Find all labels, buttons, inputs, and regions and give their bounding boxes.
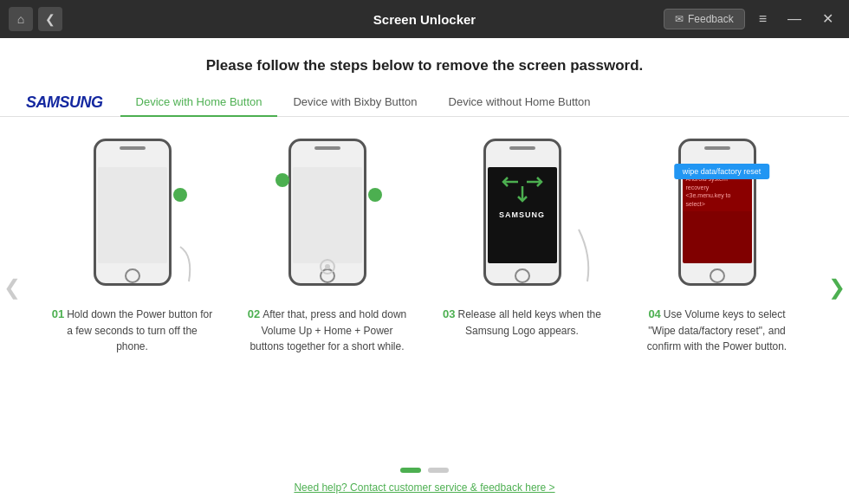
step-3: SAMSUNG	[431, 126, 613, 339]
power-dot	[173, 188, 187, 202]
tab-no-home-button[interactable]: Device without Home Button	[433, 88, 606, 117]
pagination-dot-1[interactable]	[400, 468, 421, 473]
pagination	[0, 462, 849, 480]
phone-speaker-4	[704, 146, 730, 150]
step-1-screen	[98, 167, 167, 263]
steps-area: ❮ 01Hold down	[0, 117, 849, 462]
step-2-text: 02After that, press and hold down Volume…	[237, 299, 418, 354]
step-1-num: 01	[52, 307, 64, 320]
phone-speaker-2	[314, 146, 340, 150]
svg-point-1	[325, 264, 330, 269]
title-bar: ⌂ ❮ Screen Unlocker ✉ Feedback ≡ — ✕	[0, 0, 849, 38]
phone-speaker	[120, 146, 146, 150]
pagination-dot-2[interactable]	[428, 468, 449, 473]
back-button[interactable]: ❮	[38, 7, 62, 31]
prev-arrow-button[interactable]: ❮	[3, 275, 21, 300]
hand-hint	[163, 238, 198, 290]
close-button[interactable]: ✕	[815, 9, 840, 29]
next-arrow-button[interactable]: ❯	[828, 275, 846, 300]
step-3-text: 03Release all held keys when the Samsung…	[431, 299, 613, 339]
customer-service-link[interactable]: Need help? Contact customer service & fe…	[294, 481, 554, 494]
step-1-illustration	[59, 126, 206, 299]
app-title: Screen Unlocker	[373, 12, 476, 27]
tab-bixby-button[interactable]: Device with Bixby Button	[277, 88, 432, 117]
wipe-data-label: wipe data/factory reset	[674, 164, 770, 179]
phone-home-btn-3	[515, 268, 530, 283]
footer-link-area: Need help? Contact customer service & fe…	[0, 480, 849, 504]
step-1: 01Hold down the Power button for a few s…	[42, 126, 224, 354]
mail-icon: ✉	[675, 13, 684, 25]
home-indicator	[314, 254, 340, 280]
volume-dot	[275, 173, 289, 187]
feedback-label: Feedback	[688, 13, 734, 25]
steps-container: 01Hold down the Power button for a few s…	[0, 126, 849, 354]
title-bar-left: ⌂ ❮	[9, 7, 62, 31]
step-1-phone	[94, 139, 172, 286]
step-4-screen: Android system recovery <3e.menu.key to …	[683, 167, 752, 263]
tabs-section: SAMSUNG Device with Home Button Device w…	[0, 88, 849, 117]
minimize-button[interactable]: —	[781, 9, 808, 29]
step-4: Android system recovery <3e.menu.key to …	[626, 126, 808, 354]
samsung-logo: SAMSUNG	[26, 94, 103, 112]
home-button[interactable]: ⌂	[9, 7, 33, 31]
step-3-num: 03	[443, 307, 455, 320]
step-3-phone: SAMSUNG	[483, 139, 561, 286]
step-4-phone: Android system recovery <3e.menu.key to …	[678, 139, 756, 286]
step-3-screen: SAMSUNG	[488, 167, 557, 263]
step-2-illustration	[254, 126, 401, 299]
page-heading: Please follow the steps below to remove …	[0, 38, 849, 88]
title-bar-right: ✉ Feedback ≡ — ✕	[664, 9, 840, 29]
tab-home-button[interactable]: Device with Home Button	[120, 88, 278, 117]
menu-button[interactable]: ≡	[752, 9, 774, 29]
phone-speaker-3	[509, 146, 535, 150]
step-3-illustration: SAMSUNG	[449, 126, 596, 299]
main-content: Please follow the steps below to remove …	[0, 38, 849, 504]
step-1-text: 01Hold down the Power button for a few s…	[42, 299, 224, 354]
phone-home-btn-4	[710, 268, 725, 283]
step-4-illustration: Android system recovery <3e.menu.key to …	[644, 126, 791, 299]
step-2-num: 02	[248, 307, 260, 320]
step-4-text: 04Use Volume keys to select "Wipe data/f…	[626, 299, 808, 354]
phone-home-btn	[125, 268, 140, 283]
hand-hint-3	[553, 221, 596, 290]
step-2: 02After that, press and hold down Volume…	[237, 126, 418, 354]
step-2-screen	[293, 167, 362, 263]
feedback-button[interactable]: ✉ Feedback	[664, 9, 745, 29]
back-icon: ❮	[45, 12, 55, 26]
power-dot-2	[368, 188, 382, 202]
home-icon: ⌂	[17, 12, 24, 26]
step-4-num: 04	[648, 307, 660, 320]
samsung-screen-text: SAMSUNG	[499, 210, 545, 219]
arrows-indicator	[501, 160, 544, 204]
